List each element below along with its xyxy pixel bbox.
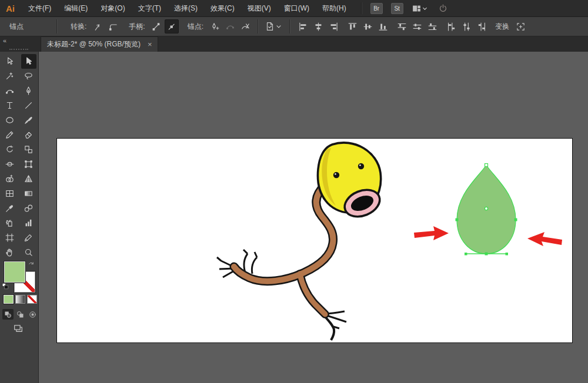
align-top-button[interactable]: [345, 19, 359, 33]
handles-label: 手柄:: [129, 22, 145, 32]
panel-grip[interactable]: [9, 49, 28, 50]
menu-item-help[interactable]: 帮助(H): [316, 0, 353, 16]
canvas-area[interactable]: [39, 52, 588, 383]
column-graph-tool[interactable]: [21, 216, 36, 230]
width-tool[interactable]: [2, 157, 18, 172]
convert-to-corner-button[interactable]: [91, 19, 105, 33]
blend-tool[interactable]: [21, 201, 36, 216]
handle-end[interactable]: [506, 253, 509, 256]
anchor-point-top[interactable]: [485, 164, 488, 167]
cut-path-button[interactable]: [238, 19, 252, 33]
menu-item-file[interactable]: 文件(F): [22, 0, 58, 16]
document-tab[interactable]: 未标题-2* @ 50% (RGB/预览) ×: [41, 36, 158, 52]
document-tab-title: 未标题-2* @ 50% (RGB/预览): [47, 39, 141, 49]
default-fill-stroke-icon[interactable]: [1, 282, 9, 290]
curvature-tool[interactable]: [2, 83, 18, 98]
red-arrow-right[interactable]: [527, 232, 562, 246]
workspace-switcher-button[interactable]: [412, 4, 430, 14]
control-bar: 锚点 转换: 手柄: 锚点: 变换: [0, 17, 588, 36]
hand-tool[interactable]: [2, 245, 18, 260]
tools-panel-header: «: [0, 36, 39, 52]
divider: [56, 19, 58, 33]
artboard[interactable]: [57, 139, 572, 342]
menu-item-view[interactable]: 视图(V): [241, 0, 278, 16]
lasso-tool[interactable]: [21, 69, 36, 83]
dist-right-button[interactable]: [475, 19, 489, 33]
paintbrush-tool[interactable]: [21, 113, 36, 127]
zoom-tool[interactable]: [21, 245, 36, 260]
direct-selection-tool[interactable]: [21, 54, 36, 69]
dist-left-button[interactable]: [444, 19, 458, 33]
dist-v-center-button[interactable]: [410, 19, 424, 33]
sync-status-icon[interactable]: [438, 4, 448, 14]
center-point[interactable]: [485, 207, 487, 210]
tool-grid: [0, 52, 38, 260]
collapse-panel-button[interactable]: «: [3, 37, 6, 44]
divider: [258, 19, 259, 33]
free-distort-button[interactable]: [513, 19, 527, 33]
handle-end[interactable]: [465, 253, 467, 256]
menu-item-edit[interactable]: 编辑(E): [58, 0, 94, 16]
align-v-middle-button[interactable]: [360, 19, 375, 33]
bridge-button[interactable]: Br: [370, 3, 383, 14]
swap-fill-stroke-icon[interactable]: [27, 261, 36, 269]
convert-label: 转换:: [71, 22, 86, 32]
pen-tool[interactable]: [21, 83, 36, 98]
scale-tool[interactable]: [21, 142, 36, 157]
anchor-point-right[interactable]: [514, 219, 517, 221]
red-arrow-left[interactable]: [414, 226, 449, 240]
fill-color-swatch[interactable]: [4, 261, 25, 283]
align-right-button[interactable]: [326, 19, 340, 33]
line-segment-tool[interactable]: [21, 98, 36, 113]
draw-normal-button[interactable]: [2, 309, 14, 320]
slice-tool[interactable]: [21, 230, 36, 245]
menu-item-effect[interactable]: 效果(C): [204, 0, 241, 16]
menu-item-window[interactable]: 窗口(W): [278, 0, 316, 16]
gradient-tool[interactable]: [21, 186, 36, 201]
show-handles-button[interactable]: [149, 19, 163, 33]
close-tab-button[interactable]: ×: [148, 41, 152, 48]
mesh-tool[interactable]: [2, 186, 18, 201]
eraser-tool[interactable]: [21, 127, 36, 142]
selection-tool[interactable]: [2, 54, 18, 69]
anchor-point-left[interactable]: [456, 219, 459, 221]
green-teardrop-shape[interactable]: [456, 164, 517, 256]
convert-to-smooth-button[interactable]: [106, 19, 120, 33]
perspective-grid-tool[interactable]: [21, 172, 36, 186]
menu-item-object[interactable]: 对象(O): [94, 0, 131, 16]
none-button[interactable]: [27, 295, 37, 304]
draw-inside-button[interactable]: [27, 309, 38, 320]
align-bottom-button[interactable]: [376, 19, 390, 33]
transform-button[interactable]: 变换: [495, 22, 509, 32]
remove-anchor-button[interactable]: [223, 19, 237, 33]
add-anchor-button[interactable]: [208, 19, 222, 33]
shape-builder-tool[interactable]: [2, 172, 18, 186]
type-tool[interactable]: [2, 98, 18, 113]
align-h-center-button[interactable]: [311, 19, 325, 33]
color-button[interactable]: [4, 295, 14, 304]
eyedropper-tool[interactable]: [2, 201, 18, 216]
document-setup-dropdown[interactable]: [264, 19, 284, 33]
bellsprout-character[interactable]: [217, 143, 384, 340]
anchor-point-bottom[interactable]: [485, 253, 488, 256]
stock-button[interactable]: St: [391, 3, 403, 14]
align-buttons-group: [295, 19, 489, 33]
dist-h-center-button[interactable]: [459, 19, 473, 33]
tab-bar: « 未标题-2* @ 50% (RGB/预览) ×: [0, 36, 588, 52]
pencil-tool[interactable]: [2, 127, 18, 142]
menu-item-type[interactable]: 文字(T): [132, 0, 168, 16]
hide-handles-button[interactable]: [165, 19, 179, 33]
rotate-tool[interactable]: [2, 142, 18, 157]
align-left-button[interactable]: [296, 19, 310, 33]
dist-top-button[interactable]: [395, 19, 409, 33]
dist-bottom-button[interactable]: [425, 19, 439, 33]
artboard-tool[interactable]: [2, 230, 18, 245]
free-transform-tool[interactable]: [21, 157, 36, 172]
magic-wand-tool[interactable]: [2, 69, 18, 83]
screen-mode-button[interactable]: [12, 323, 26, 335]
ellipse-tool[interactable]: [2, 113, 18, 127]
gradient-button[interactable]: [15, 295, 25, 304]
draw-behind-button[interactable]: [15, 309, 26, 320]
symbol-sprayer-tool[interactable]: [2, 216, 18, 230]
menu-item-select[interactable]: 选择(S): [168, 0, 204, 16]
